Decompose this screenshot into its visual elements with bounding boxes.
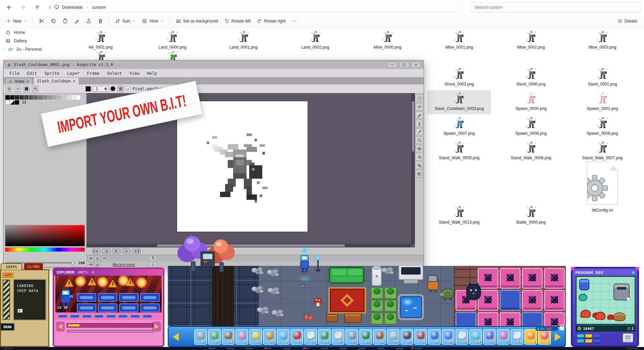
- chip-slot[interactable]: [140, 293, 160, 302]
- hue-slider[interactable]: [5, 247, 85, 252]
- eye-icon[interactable]: [88, 256, 94, 261]
- hotbar-slot-plant[interactable]: 56: [318, 329, 331, 345]
- hotbar-slot-gem[interactable]: 10: [469, 329, 482, 345]
- zoom-stepper[interactable]: 1: [93, 86, 108, 92]
- taskbar-tray-hint[interactable]: [627, 348, 638, 349]
- palette-swatch[interactable]: [34, 95, 38, 100]
- gear-icon[interactable]: [91, 270, 95, 274]
- link-icon[interactable]: [101, 256, 107, 261]
- rotate-right-button[interactable]: Rotate right: [254, 16, 288, 26]
- sort-button[interactable]: Sort: [112, 16, 139, 26]
- file-item[interactable]: Shoot_0003.png: [427, 66, 491, 90]
- search-input[interactable]: [470, 2, 641, 12]
- menu-help[interactable]: Help: [143, 71, 161, 76]
- file-item[interactable]: Slash_0001.png: [571, 66, 634, 90]
- taskbar-icon[interactable]: [227, 348, 234, 349]
- palette-swatch[interactable]: [57, 95, 61, 100]
- program-button[interactable]: [585, 339, 592, 343]
- file-item[interactable]: Spawn_0008.png: [499, 115, 563, 139]
- chip-slot[interactable]: [119, 293, 139, 302]
- palette-dropdown-button[interactable]: [14, 85, 21, 92]
- file-item[interactable]: Spawn_0007.png: [427, 115, 491, 139]
- hotbar-slot-block[interactable]: 56: [387, 329, 399, 345]
- palette-swatch[interactable]: [10, 95, 14, 100]
- hotbar-slot-dark-brick[interactable]: 13: [400, 329, 413, 345]
- palette-swatch[interactable]: [62, 95, 66, 100]
- hotbar-slot-purple-block[interactable]: 56: [483, 329, 496, 345]
- hotbar-slot-pumpkin[interactable]: 1: [524, 329, 537, 345]
- file-item[interactable]: Land_0001.png: [212, 29, 275, 53]
- delete-button[interactable]: [95, 16, 106, 26]
- hotbar-slot-leaf[interactable]: 31: [208, 329, 221, 345]
- vertical-scrollbar[interactable]: [411, 93, 415, 244]
- close-button[interactable]: ×: [411, 62, 421, 68]
- palette-swatch[interactable]: [48, 95, 52, 100]
- taskbar-start-hint[interactable]: [3, 348, 13, 349]
- file-item[interactable]: Slash_0000.png: [499, 66, 563, 90]
- file-item[interactable]: Land_0002.png: [283, 29, 347, 53]
- last-frame-button[interactable]: [132, 248, 141, 254]
- palette-swatch[interactable]: [15, 100, 19, 105]
- back-button[interactable]: [3, 2, 15, 12]
- program-button[interactable]: [593, 334, 600, 338]
- hotbar-slot-donut[interactable]: 6: [538, 329, 551, 345]
- tab-close-icon[interactable]: ×: [73, 79, 75, 83]
- hotbar-slot-red-block[interactable]: 36: [414, 329, 427, 345]
- program-button[interactable]: [577, 339, 584, 343]
- draw-button[interactable]: DRAW: [0, 323, 14, 331]
- program-button[interactable]: [585, 334, 592, 338]
- tab-close-icon[interactable]: ×: [26, 79, 29, 84]
- view-button[interactable]: View: [139, 16, 167, 26]
- menu-sprite[interactable]: Sprite: [41, 71, 63, 76]
- file-item[interactable]: Mine_0001.png: [427, 29, 491, 53]
- menu-select[interactable]: Select: [103, 71, 126, 76]
- palette-swatch[interactable]: [5, 95, 10, 100]
- move-tool[interactable]: [416, 145, 423, 152]
- menu-view[interactable]: View: [126, 71, 143, 76]
- forward-button[interactable]: [17, 2, 29, 12]
- palette-swatch[interactable]: [66, 95, 71, 100]
- first-frame-button[interactable]: [92, 248, 101, 254]
- color-gradient-picker[interactable]: [5, 225, 85, 246]
- tab-home[interactable]: Home ×: [5, 78, 33, 84]
- file-item[interactable]: Hit_0001.png: [69, 29, 132, 53]
- sidebar-item-home[interactable]: Home: [0, 28, 54, 37]
- maximize-button[interactable]: □: [399, 62, 409, 68]
- chip-slot[interactable]: [77, 303, 96, 312]
- hotbar-slot-egg[interactable]: 10: [304, 329, 317, 345]
- pixel-perfect-checkbox[interactable]: [126, 86, 130, 91]
- taskbar-icon[interactable]: [283, 348, 290, 349]
- file-item[interactable]: Stand_Walk_0006.png: [499, 139, 563, 164]
- palette-swatch[interactable]: [19, 95, 24, 100]
- scroll-left-button[interactable]: [56, 322, 65, 332]
- paint-bucket-tool[interactable]: [416, 153, 423, 161]
- hotbar-left-arrow[interactable]: [173, 333, 179, 341]
- breadcrumb-root[interactable]: Downloads: [62, 5, 83, 10]
- sidebar-item-gallery[interactable]: Gallery: [0, 37, 54, 45]
- taskbar-icon[interactable]: [208, 348, 215, 349]
- taskbar-icon[interactable]: [415, 348, 422, 349]
- hotbar-slot-white-block[interactable]: 56: [455, 329, 468, 345]
- lasso-tool[interactable]: [416, 103, 423, 110]
- file-item[interactable]: Spawn_0000.png: [499, 90, 563, 114]
- palette-swatch[interactable]: [15, 95, 19, 100]
- cut-button[interactable]: [36, 16, 47, 26]
- layer-lock-toggle[interactable]: [95, 262, 101, 268]
- sprite-canvas[interactable]: [177, 101, 308, 232]
- palette-swatch[interactable]: [5, 100, 10, 105]
- frame-header[interactable]: 1: [149, 255, 157, 261]
- lock-icon[interactable]: [559, 327, 564, 330]
- breadcrumb-current[interactable]: custom: [92, 5, 106, 10]
- horizontal-scrollbar[interactable]: [87, 244, 411, 247]
- new-button[interactable]: New: [3, 16, 30, 25]
- menu-layer[interactable]: Layer: [63, 71, 83, 76]
- file-item-bitconfig[interactable]: bitConfig.ini: [571, 160, 634, 228]
- file-item[interactable]: Battle_0000.png: [499, 204, 563, 228]
- up-button[interactable]: [32, 2, 43, 12]
- more-options-button[interactable]: [289, 16, 300, 26]
- spray-tool[interactable]: [416, 120, 423, 127]
- taskbar-icon[interactable]: [396, 348, 403, 349]
- auto-button[interactable]: AUTO: [3, 273, 13, 278]
- palette-swatch[interactable]: [10, 100, 14, 105]
- hotbar-slot-cherry[interactable]: 44: [290, 329, 303, 345]
